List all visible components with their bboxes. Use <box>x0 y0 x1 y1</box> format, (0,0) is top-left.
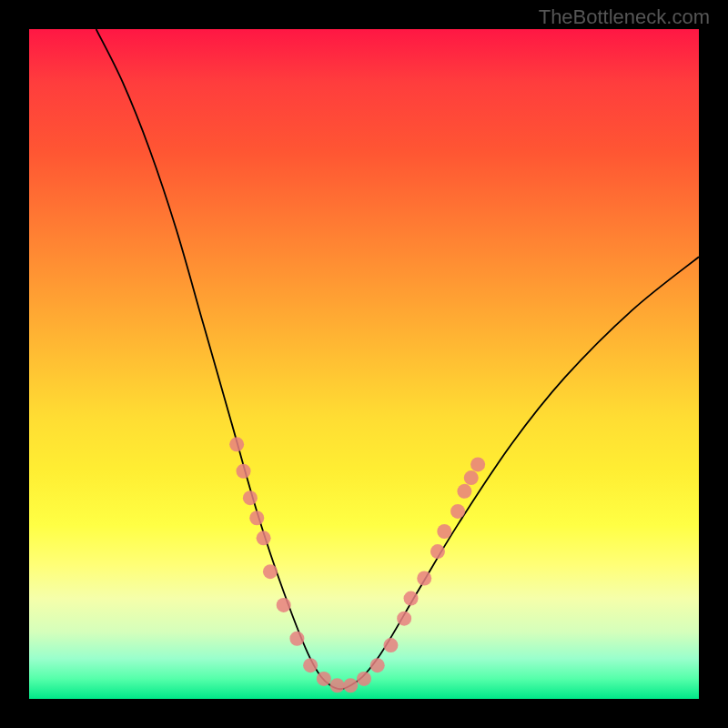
data-marker <box>257 531 271 545</box>
data-marker <box>370 658 385 672</box>
data-marker <box>450 504 465 519</box>
data-marker <box>464 470 479 485</box>
bottleneck-curve <box>96 29 699 689</box>
data-marker <box>317 672 331 686</box>
data-marker <box>330 678 345 693</box>
data-marker <box>417 571 431 586</box>
data-marker <box>470 457 485 471</box>
data-marker <box>249 511 264 525</box>
data-marker <box>289 632 304 646</box>
data-marker <box>430 544 445 559</box>
watermark-text: TheBottleneck.com <box>539 5 710 29</box>
data-marker <box>243 490 258 505</box>
marker-group <box>229 437 485 693</box>
chart-svg <box>29 29 699 699</box>
data-marker <box>357 672 371 686</box>
data-marker <box>263 564 278 579</box>
data-marker <box>303 658 318 672</box>
data-marker <box>383 638 398 652</box>
data-marker <box>343 678 358 693</box>
data-marker <box>397 612 411 626</box>
data-marker <box>437 524 451 539</box>
data-marker <box>277 598 291 612</box>
chart-plot-area <box>29 29 699 699</box>
data-marker <box>457 484 471 499</box>
data-marker <box>229 437 244 451</box>
data-marker <box>404 592 419 606</box>
data-marker <box>237 464 251 479</box>
